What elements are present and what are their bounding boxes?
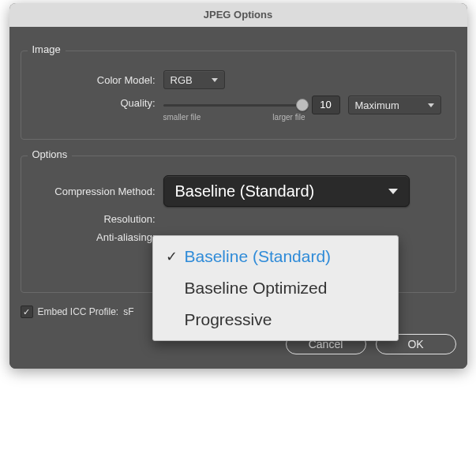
compression-value: Baseline (Standard) [175, 182, 315, 201]
dialog-title: JPEG Options [9, 3, 467, 27]
resolution-row: Resolution: [29, 213, 448, 225]
compression-row: Compression Method: Baseline (Standard) [29, 175, 448, 207]
embed-icc-checkbox[interactable]: ✓ [21, 305, 33, 318]
color-model-label: Color Model: [29, 74, 163, 86]
embed-icc-profile: sF [123, 306, 133, 317]
check-icon: ✓ [166, 248, 185, 265]
slider-track [163, 104, 305, 107]
dropdown-item-baseline-standard[interactable]: ✓ Baseline (Standard) [153, 241, 398, 272]
color-model-select[interactable]: RGB [163, 70, 225, 89]
slider-labels: smaller file larger file [163, 113, 305, 122]
slider-high-label: larger file [272, 113, 305, 122]
dropdown-item-baseline-optimized[interactable]: Baseline Optimized [153, 272, 398, 304]
image-legend: Image [28, 43, 66, 55]
slider-thumb[interactable] [296, 99, 309, 111]
dialog-body: Image Color Model: RGB Quality: 10 [9, 27, 467, 369]
resolution-label: Resolution: [29, 213, 163, 225]
chevron-down-icon [388, 189, 398, 194]
compression-dropdown[interactable]: ✓ Baseline (Standard) Baseline Optimized… [152, 235, 399, 341]
options-legend: Options [28, 148, 73, 160]
quality-input[interactable]: 10 [312, 96, 340, 114]
dropdown-item-progressive[interactable]: Progressive [153, 304, 398, 335]
dropdown-item-label: Baseline (Standard) [185, 247, 385, 266]
color-model-value: RGB [171, 74, 193, 86]
antialiasing-label: Anti-aliasing: [29, 231, 163, 243]
quality-preset-value: Maximum [355, 99, 399, 111]
dropdown-item-label: Progressive [185, 310, 385, 329]
slider-low-label: smaller file [163, 113, 201, 122]
compression-label: Compression Method: [29, 186, 163, 197]
chevron-down-icon [212, 78, 218, 82]
quality-controls: 10 Maximum smaller file larger file [163, 96, 441, 122]
jpeg-options-dialog: JPEG Options Image Color Model: RGB Qual… [9, 3, 467, 369]
compression-select[interactable]: Baseline (Standard) [163, 175, 410, 207]
image-group: Image Color Model: RGB Quality: 10 [21, 51, 456, 140]
color-model-row: Color Model: RGB [29, 70, 448, 89]
quality-row: Quality: 10 Maximum sma [29, 96, 448, 122]
quality-label: Quality: [29, 96, 163, 109]
quality-slider[interactable] [163, 97, 305, 113]
quality-preset-select[interactable]: Maximum [348, 96, 441, 114]
embed-icc-label: Embed ICC Profile: [38, 306, 119, 317]
dropdown-item-label: Baseline Optimized [185, 279, 385, 298]
chevron-down-icon [428, 103, 434, 107]
